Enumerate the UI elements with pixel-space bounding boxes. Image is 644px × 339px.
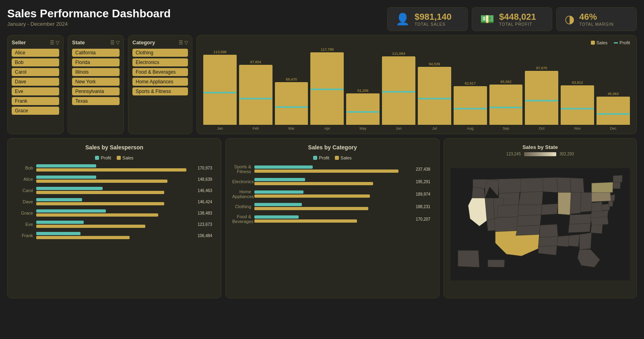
legend-sales: Sales: [591, 40, 608, 45]
category-bars: Sports & Fitness95,000237,438Electronics…: [232, 164, 433, 224]
legend-profit-dot: [614, 42, 618, 43]
seller-filter-header: Seller ☰ ▽: [12, 39, 59, 45]
hbar-profit-bar: 78,334: [36, 209, 106, 213]
kpi-cards: 👤 $981,140 TOTAL SALES 💵 $448,021 TOTAL …: [387, 7, 637, 31]
bar-sales: [418, 67, 451, 125]
seller-filter[interactable]: Seller ☰ ▽ AliceBobCarolDaveEveFrankGrac…: [7, 35, 64, 134]
monthly-bar-col: 51,206May: [346, 89, 380, 130]
monthly-bar-chart: Sales Profit 113,698Jan97,654Feb69,470Ma…: [196, 35, 637, 134]
hbar-profit-value: 78,334: [67, 209, 79, 213]
hbar-sales-bar: [36, 202, 164, 205]
filter-item[interactable]: Florida: [72, 58, 120, 66]
bar-sales: [489, 85, 523, 125]
hbar-profit-bar: 51,505: [36, 198, 82, 201]
filter-item[interactable]: Alice: [12, 49, 59, 57]
monthly-bar-col: 97,654Feb: [239, 60, 272, 130]
category-filter-icons: ☰ ▽: [179, 40, 188, 45]
legend-profit-label: Profit: [619, 40, 630, 45]
bar-profit-line: [239, 98, 272, 99]
hbar-bars-wrap: 79,000: [254, 203, 413, 210]
filter-item[interactable]: Bob: [12, 58, 59, 66]
category-filter[interactable]: Category ☰ ▽ ClothingElectronicsFood & B…: [128, 35, 192, 134]
hbar-row: Electronics82,000195,291: [232, 178, 433, 185]
hbar-label: Bob: [14, 165, 36, 170]
filter-item[interactable]: Electronics: [132, 58, 188, 66]
bar-profit-line: [275, 106, 308, 108]
filter-item[interactable]: Carol: [12, 68, 59, 76]
hbar-row: Sports & Fitness95,000237,438: [232, 164, 433, 174]
hbar-sales-bar: [36, 180, 167, 183]
bar-profit-line: [203, 92, 237, 93]
hbar-sales-bar: [36, 225, 145, 228]
monthly-bar-col: 65,562Sep: [489, 80, 523, 130]
bar-month-label: Jan: [217, 126, 223, 130]
bar-sales: [561, 85, 594, 125]
hbar-sales-bar: [254, 182, 373, 185]
filter-item[interactable]: Food & Beverages: [132, 68, 188, 76]
filter-item[interactable]: Pennsylvania: [72, 87, 120, 95]
filter-item[interactable]: California: [72, 49, 120, 57]
hbar-row: Eve54,600123,673: [14, 221, 215, 228]
hbar-sales-bar: [36, 168, 186, 172]
filter-item[interactable]: New York: [72, 78, 120, 86]
map-legend-min: 123,245: [506, 152, 521, 156]
hbar-profit-value: 95,000: [276, 165, 289, 169]
bar-value: 97,654: [250, 60, 261, 64]
margin-icon: ◑: [565, 12, 574, 26]
hbar-profit-bar: 68,976: [36, 176, 96, 179]
legend-sales-dot2: [117, 156, 121, 160]
state-filter-header: State ☰ ▽: [72, 39, 120, 45]
hbar-profit-value: 82,000: [270, 178, 283, 182]
total-margin-label: TOTAL MARGIN: [579, 22, 614, 27]
hbar-label: Sports & Fitness: [232, 164, 254, 174]
hbar-sales-bar: [36, 191, 164, 194]
monthly-bar-col: 45,963Dec: [597, 92, 630, 130]
filter-item[interactable]: Sports & Fitness: [132, 87, 188, 95]
legend-profit: Profit: [614, 40, 630, 45]
filter-item[interactable]: Clothing: [132, 49, 188, 57]
filter-item[interactable]: Dave: [12, 78, 59, 86]
hbar-bars-wrap: 54,600: [36, 221, 194, 228]
monthly-bar-col: 87,670Oct: [525, 66, 558, 130]
monthly-legend: Sales Profit: [203, 40, 630, 45]
legend-sales-label3: Sales: [341, 155, 352, 160]
map-legend-max: 302,293: [559, 152, 574, 156]
bar-month-label: Aug: [467, 126, 473, 130]
filter-item[interactable]: Eve: [12, 87, 59, 95]
hbar-bars-wrap: 67,730: [36, 164, 194, 172]
hbar-bars-wrap: 78,334: [36, 209, 194, 217]
hbar-label: Dave: [14, 199, 36, 204]
category-legend: Profit Sales: [232, 155, 433, 160]
filter-item[interactable]: Illinois: [72, 68, 120, 76]
map-legend-bar: [524, 152, 556, 156]
hbar-row: Carol75,659146,463: [14, 187, 215, 194]
filter-item[interactable]: Grace: [12, 107, 59, 115]
bar-month-label: Jul: [432, 126, 437, 130]
bar-value: 45,963: [608, 92, 619, 96]
hbar-profit-value: 79,000: [268, 203, 281, 207]
state-filter[interactable]: State ☰ ▽ CaliforniaFloridaIllinoisNew Y…: [68, 35, 124, 134]
hbar-label: Grace: [14, 211, 36, 215]
filter-item[interactable]: Home Appliances: [132, 78, 188, 86]
filter-item[interactable]: Texas: [72, 97, 120, 105]
monthly-bar-col: 111,064Jun: [382, 52, 415, 130]
legend-profit-label3: Profit: [319, 155, 329, 160]
hbar-profit-value: 68,976: [59, 175, 72, 179]
hbar-label: Clothing: [232, 204, 254, 209]
legend-sales-dot3: [335, 156, 339, 160]
hbar-profit-value: 74,000: [267, 215, 279, 219]
salesperson-chart-panel: Sales by Salesperson Profit Sales Bob67,…: [7, 138, 221, 298]
hbar-profit-value: 51,505: [50, 198, 62, 202]
bar-sales: [597, 97, 630, 125]
total-profit-value: $448,021: [499, 12, 536, 22]
hbar-profit-value: 51,216: [49, 232, 61, 236]
bar-value: 65,562: [500, 80, 512, 84]
bar-profit-line: [525, 100, 558, 101]
hbar-row: Home Appliances80,000189,974: [232, 189, 433, 199]
salesperson-legend: Profit Sales: [14, 155, 215, 160]
bar-value: 87,670: [536, 66, 547, 70]
hbar-bars-wrap: 80,000: [254, 190, 413, 198]
filter-item[interactable]: Frank: [12, 97, 59, 105]
middle-row: Seller ☰ ▽ AliceBobCarolDaveEveFrankGrac…: [7, 35, 637, 134]
monthly-bars-area: 113,698Jan97,654Feb69,470Mar117,785Apr51…: [203, 48, 630, 130]
